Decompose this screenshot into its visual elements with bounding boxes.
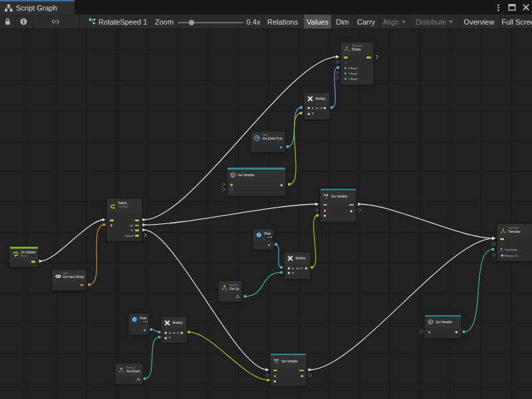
object-port-icon[interactable] <box>350 209 353 212</box>
string-port-icon[interactable] <box>428 331 430 333</box>
toolbar-button-dim[interactable]: Dim <box>332 15 353 29</box>
control-port-icon[interactable] <box>135 235 140 237</box>
port-label: Relative To <box>505 254 518 257</box>
toolbar-button-align[interactable]: Align <box>379 15 410 29</box>
code-view-button[interactable] <box>33 15 79 29</box>
object-port-icon[interactable] <box>280 184 283 186</box>
gizmo-dim-icon <box>500 242 505 247</box>
float-port-icon[interactable] <box>280 146 282 148</box>
node-get-input-string[interactable]: InputGet Input String <box>52 269 87 291</box>
value-input[interactable]: 0.01 <box>142 320 149 324</box>
vector3-icon <box>118 367 124 373</box>
port-label: B <box>169 336 171 339</box>
control-port-icon[interactable] <box>135 225 140 227</box>
node-subtitle: Vector 3 <box>229 284 238 287</box>
node-subtitle: Vector 3 <box>126 366 135 369</box>
node-multiply-bottom[interactable]: MultiplyAA × BB <box>161 317 186 344</box>
node-multiply-top[interactable]: MultiplyAA × BB <box>304 92 330 120</box>
node-translate[interactable]: TransformTranslateTranslationRelative To <box>497 223 532 261</box>
node-set-variable-bottom[interactable]: Set Variable <box>270 353 307 386</box>
node-get-down[interactable]: Vector 3Get Down <box>115 363 143 384</box>
toolbar-button-overview[interactable]: Overview <box>459 15 499 29</box>
control-port-icon[interactable] <box>344 57 348 59</box>
node-rotate[interactable]: TransformRotateX AngleY AngleZ Angle <box>340 42 374 85</box>
float-port-icon[interactable] <box>344 67 346 69</box>
toolbar-button-label: Full Screen <box>501 18 532 26</box>
control-port-icon[interactable] <box>366 57 371 59</box>
control-port-icon[interactable] <box>349 204 354 206</box>
close-icon <box>522 3 530 11</box>
vector3-port-icon[interactable] <box>137 378 140 381</box>
wire-target-dot <box>300 112 303 114</box>
chevron-down-icon <box>449 21 453 23</box>
port-label: X Angle <box>348 66 358 70</box>
tab-script-graph[interactable]: Script Graph <box>0 0 74 15</box>
node-multiply-mid[interactable]: MultiplyAA × BB <box>284 252 311 279</box>
float-port-icon[interactable] <box>344 78 346 80</box>
toolbar-button-full-screen[interactable]: Full Screen <box>500 15 532 29</box>
control-port-icon[interactable] <box>31 261 36 263</box>
kebab-menu-button[interactable] <box>493 3 503 12</box>
float-port-icon[interactable] <box>268 244 270 246</box>
multiply-x-icon <box>287 255 293 261</box>
object-port-icon[interactable] <box>288 272 291 275</box>
object-port-icon[interactable] <box>308 112 311 115</box>
float-port-icon[interactable] <box>144 329 146 331</box>
control-port-icon[interactable] <box>299 370 304 372</box>
maximize-button[interactable] <box>507 3 517 12</box>
node-float-mid[interactable]: Float0.01 <box>253 229 274 250</box>
node-get-up[interactable]: Vector 3Get Up <box>218 281 242 301</box>
zoom-slider-track[interactable] <box>178 22 243 23</box>
string-port-icon[interactable] <box>110 224 112 226</box>
object-port-icon[interactable] <box>274 380 277 382</box>
graph-canvas[interactable]: EventOn UpdateInputGet Input StringOn St… <box>0 29 532 399</box>
lock-button[interactable] <box>0 15 15 29</box>
toolbar-button-distribute[interactable]: Distribute <box>410 15 458 29</box>
object-port-icon[interactable] <box>301 375 303 378</box>
node-header <box>227 170 286 182</box>
toolbar-button-carry[interactable]: Carry <box>354 15 378 29</box>
wire-target-dot <box>103 223 106 226</box>
control-port-icon[interactable] <box>135 219 140 221</box>
string-port-icon[interactable] <box>324 209 326 211</box>
zoom-label: Zoom <box>154 15 174 29</box>
node-set-variable-mid[interactable]: Set Variable <box>320 188 356 222</box>
control-port-icon[interactable] <box>273 370 278 372</box>
control-port-icon[interactable] <box>500 238 505 240</box>
wire-source-dot <box>331 106 333 109</box>
port-label: Default <box>125 234 134 237</box>
vector3-port-icon[interactable] <box>500 248 503 251</box>
node-get-variable-bottom[interactable]: Get Variable <box>424 315 462 339</box>
node-float-bottom[interactable]: Float0.01 <box>128 313 149 335</box>
string-port-icon[interactable] <box>230 184 232 186</box>
chevron-down-icon <box>402 21 406 23</box>
object-port-icon[interactable] <box>323 215 326 217</box>
string-port-icon[interactable] <box>80 284 82 286</box>
node-subtitle: Event <box>21 255 27 257</box>
object-port-icon[interactable] <box>165 336 168 339</box>
breadcrumb-rotatespeed[interactable]: RotateSpeed 1 <box>79 15 152 29</box>
info-button[interactable] <box>15 15 33 29</box>
port-label: Translation <box>505 248 518 251</box>
star-icon <box>500 253 505 258</box>
node-on-update[interactable]: EventOn Update <box>9 246 39 267</box>
float-port-icon[interactable] <box>344 72 346 74</box>
script-graph-window: Script Graph RotateSpeed 1Zoom0.4xRelati… <box>0 0 532 399</box>
wire-target-dot <box>491 248 494 251</box>
node-switch-on-string[interactable]: On StringSwitch"""W""S"Default <box>106 198 142 241</box>
control-port-icon[interactable] <box>323 204 328 206</box>
set-variable-icon <box>323 194 329 200</box>
string-port-icon[interactable] <box>274 375 276 377</box>
value-input[interactable]: 0.01 <box>266 235 273 239</box>
vector3-port-icon[interactable] <box>236 295 239 299</box>
object-port-icon[interactable] <box>456 331 458 334</box>
toolbar-button-values[interactable]: Values <box>304 15 331 29</box>
node-title: Multiply <box>295 257 305 260</box>
close-button[interactable] <box>521 3 531 12</box>
node-get-variable-top[interactable]: Get Variable <box>227 167 287 196</box>
toolbar-button-relations[interactable]: Relations <box>262 15 303 29</box>
control-port-icon[interactable] <box>110 219 114 221</box>
node-get-delta-time[interactable]: TimeGet Delta Time <box>251 131 285 152</box>
control-port-icon[interactable] <box>135 229 140 231</box>
zoom-slider-handle[interactable] <box>189 20 194 25</box>
